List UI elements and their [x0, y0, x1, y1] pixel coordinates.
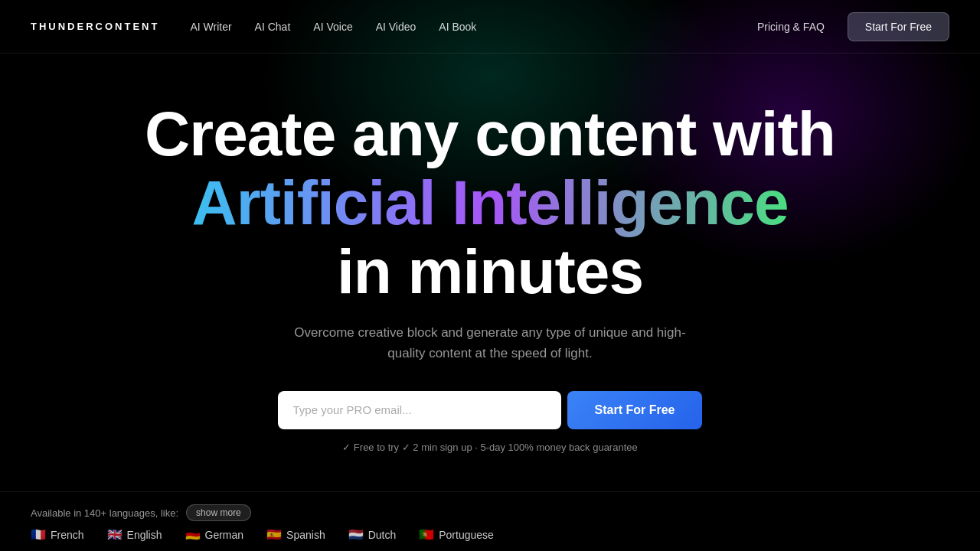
lang-spanish-label: Spanish: [286, 529, 325, 541]
nav-left: THUNDERCONTENT AI Writer AI Chat AI Voic…: [31, 20, 476, 34]
languages-list: 🇫🇷 French 🇬🇧 English 🇩🇪 German 🇪🇸 Spanis…: [31, 527, 949, 542]
hero-cta-button[interactable]: Start For Free: [567, 391, 703, 429]
nav-ai-video[interactable]: AI Video: [376, 21, 416, 33]
guarantee-text: ✓ Free to try ✓ 2 min sign up · 5-day 10…: [342, 442, 637, 453]
nav-ai-writer[interactable]: AI Writer: [190, 21, 231, 33]
hero-title: Create any content with Artificial Intel…: [145, 99, 835, 307]
languages-bar: Available in 140+ languages, like: show …: [0, 491, 980, 551]
hero-title-line3: in minutes: [337, 236, 643, 306]
flag-dutch: 🇳🇱: [348, 527, 364, 542]
lang-spanish: 🇪🇸 Spanish: [266, 527, 325, 542]
nav-links: AI Writer AI Chat AI Voice AI Video AI B…: [190, 20, 476, 34]
pricing-link[interactable]: Pricing & FAQ: [757, 21, 825, 33]
nav-cta-button[interactable]: Start For Free: [848, 12, 949, 41]
navbar: THUNDERCONTENT AI Writer AI Chat AI Voic…: [0, 0, 980, 54]
lang-dutch: 🇳🇱 Dutch: [348, 527, 397, 542]
lang-german: 🇩🇪 German: [185, 527, 244, 542]
lang-german-label: German: [205, 529, 244, 541]
lang-portuguese-label: Portuguese: [439, 529, 494, 541]
flag-english: 🇬🇧: [107, 527, 122, 542]
languages-top: Available in 140+ languages, like: show …: [31, 504, 949, 521]
flag-spanish: 🇪🇸: [266, 527, 282, 542]
hero-subtitle: Overcome creative block and generate any…: [291, 322, 689, 364]
hero-title-line2: Artificial Intelligence: [192, 168, 789, 237]
nav-right: Pricing & FAQ Start For Free: [757, 12, 949, 41]
lang-english-label: English: [127, 529, 162, 541]
logo: THUNDERCONTENT: [31, 21, 159, 32]
flag-german: 🇩🇪: [185, 527, 201, 542]
nav-ai-chat[interactable]: AI Chat: [255, 21, 291, 33]
show-more-button[interactable]: show more: [186, 504, 251, 521]
flag-french: 🇫🇷: [31, 527, 46, 542]
lang-french-label: French: [51, 529, 84, 541]
email-form: Start For Free: [278, 391, 703, 429]
flag-portuguese: 🇵🇹: [419, 527, 434, 542]
nav-ai-book[interactable]: AI Book: [439, 21, 476, 33]
email-input[interactable]: [278, 391, 561, 429]
lang-english: 🇬🇧 English: [107, 527, 162, 542]
lang-dutch-label: Dutch: [368, 529, 397, 541]
hero-title-line1: Create any content with: [145, 99, 835, 168]
languages-label: Available in 140+ languages, like:: [31, 507, 178, 519]
lang-portuguese: 🇵🇹 Portuguese: [419, 527, 494, 542]
lang-french: 🇫🇷 French: [31, 527, 84, 542]
nav-ai-voice[interactable]: AI Voice: [313, 21, 352, 33]
hero-section: Create any content with Artificial Intel…: [0, 54, 980, 453]
